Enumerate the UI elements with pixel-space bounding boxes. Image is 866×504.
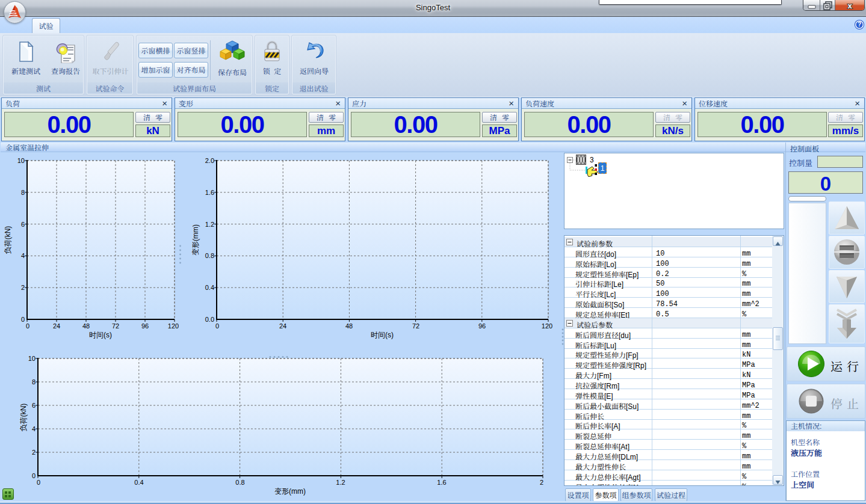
svg-text:10: 10 xyxy=(17,157,25,164)
svg-text:0: 0 xyxy=(215,322,219,330)
svg-text:0: 0 xyxy=(37,479,40,486)
svg-text:10: 10 xyxy=(28,355,36,362)
svg-text:2: 2 xyxy=(21,284,25,291)
svg-text:96: 96 xyxy=(141,322,149,330)
svg-text:6: 6 xyxy=(21,221,25,228)
svg-text:0: 0 xyxy=(21,316,25,323)
svg-text:0.4: 0.4 xyxy=(134,479,143,486)
svg-text:0.8: 0.8 xyxy=(235,479,244,486)
svg-text:8: 8 xyxy=(21,189,25,196)
svg-text:1.2: 1.2 xyxy=(336,479,345,486)
svg-text:1.2: 1.2 xyxy=(205,221,214,228)
svg-text:x: x xyxy=(847,1,852,10)
svg-text:48: 48 xyxy=(82,322,90,330)
svg-text:0: 0 xyxy=(32,472,36,479)
svg-text:负荷(kN): 负荷(kN) xyxy=(4,226,12,254)
svg-text:120: 120 xyxy=(168,322,179,330)
svg-text:24: 24 xyxy=(279,322,286,330)
svg-text:时间(s): 时间(s) xyxy=(89,331,112,339)
svg-text:72: 72 xyxy=(112,322,119,330)
svg-text:4: 4 xyxy=(32,425,36,432)
svg-text:时间(s): 时间(s) xyxy=(371,331,394,339)
svg-text:1.6: 1.6 xyxy=(437,479,446,486)
svg-text:8: 8 xyxy=(32,378,36,386)
svg-text:1.6: 1.6 xyxy=(205,189,214,196)
svg-text:2: 2 xyxy=(32,449,36,456)
svg-text:48: 48 xyxy=(345,322,353,330)
svg-text:负荷(kN): 负荷(kN) xyxy=(19,404,28,432)
svg-text:72: 72 xyxy=(412,322,419,330)
svg-text:2.0: 2.0 xyxy=(205,157,214,164)
svg-text:0: 0 xyxy=(26,322,29,330)
svg-text:0.8: 0.8 xyxy=(205,252,214,259)
svg-text:3: 3 xyxy=(590,156,594,164)
svg-text:变形(mm): 变形(mm) xyxy=(274,487,306,496)
svg-text:96: 96 xyxy=(478,322,486,330)
svg-text:2: 2 xyxy=(540,479,543,486)
svg-text:0.4: 0.4 xyxy=(205,284,214,291)
svg-text:变形(mm): 变形(mm) xyxy=(191,224,200,256)
svg-text:120: 120 xyxy=(542,322,552,330)
svg-text:0.0: 0.0 xyxy=(205,316,214,323)
svg-text:6: 6 xyxy=(32,402,36,409)
svg-text:24: 24 xyxy=(53,322,60,330)
svg-text:4: 4 xyxy=(21,252,25,259)
